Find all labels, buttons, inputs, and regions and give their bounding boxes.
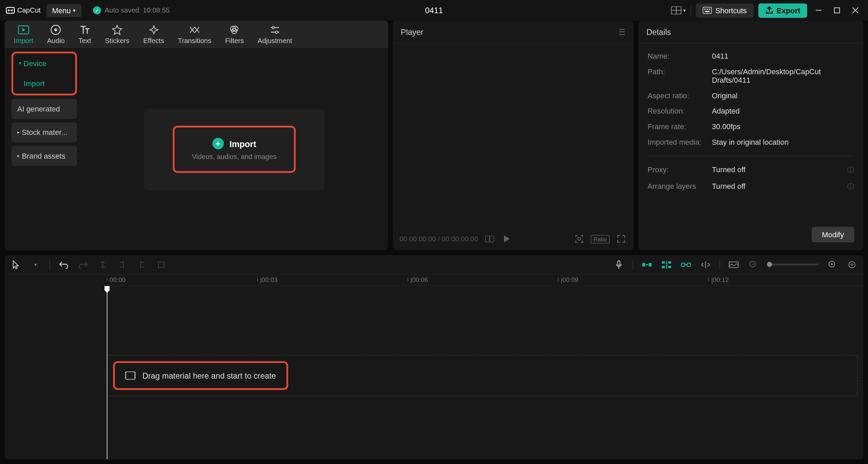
info-icon[interactable]: ⓘ <box>847 182 854 192</box>
details-fps-label: Frame rate: <box>648 122 712 131</box>
scan-icon[interactable] <box>573 233 585 245</box>
tab-filters[interactable]: Filters <box>218 22 251 47</box>
sidebar-device-group-highlight: ▾Device Import <box>12 52 77 95</box>
tab-transitions[interactable]: Transitions <box>171 22 218 47</box>
crop-icon[interactable] <box>156 259 167 270</box>
drag-hint-highlight: Drag material here and start to create <box>113 361 288 390</box>
app-logo: CapCut <box>6 6 41 15</box>
details-resolution-label: Resolution: <box>648 107 712 115</box>
shortcuts-button[interactable]: Shortcuts <box>696 3 754 17</box>
delete-right-icon[interactable] <box>136 259 148 270</box>
ruler-tick: |00:09 <box>558 276 578 283</box>
tab-adjustment[interactable]: Adjustment <box>251 22 299 47</box>
minimize-button[interactable] <box>812 3 826 17</box>
sidebar-item-import[interactable]: Import <box>13 74 75 94</box>
chevron-down-icon: ▾ <box>73 7 76 13</box>
compare-icon[interactable] <box>484 233 495 245</box>
timeline-body[interactable]: Drag material here and start to create <box>5 286 864 460</box>
tab-effects[interactable]: Effects <box>136 22 171 47</box>
play-button[interactable] <box>501 233 513 245</box>
zoom-in-icon[interactable] <box>827 259 838 270</box>
details-name-label: Name: <box>648 52 712 60</box>
svg-rect-26 <box>158 262 164 267</box>
delete-left-icon[interactable] <box>117 259 128 270</box>
menu-label: Menu <box>52 6 71 15</box>
triangle-right-icon: ▸ <box>17 130 20 135</box>
magnet-main-icon[interactable] <box>641 259 653 270</box>
svg-rect-8 <box>705 11 710 12</box>
timeline-track[interactable]: Drag material here and start to create <box>107 355 858 396</box>
player-viewport <box>393 44 634 227</box>
autosave-status: ✓ Auto saved: 10:08:55 <box>93 6 170 15</box>
split-icon[interactable] <box>97 259 109 270</box>
details-fps-value: 30.00fps <box>712 122 854 131</box>
drag-hint-text: Drag material here and start to create <box>142 371 276 380</box>
player-title: Player <box>401 27 423 36</box>
sidebar-item-ai[interactable]: AI generated <box>12 99 77 119</box>
player-menu-icon[interactable]: ☰ <box>618 27 626 36</box>
details-proxy-value: Turned off <box>712 165 847 174</box>
details-media-label: Imported media: <box>648 138 712 146</box>
player-controls: 00:00:00:00 / 00:00:00:00 Ratio <box>393 227 634 250</box>
chevron-down-icon[interactable]: ▾ <box>30 259 41 270</box>
details-proxy-label: Proxy: <box>648 165 712 174</box>
plus-icon: + <box>212 138 224 149</box>
redo-icon[interactable] <box>77 259 89 270</box>
preview-axis-icon[interactable] <box>700 259 711 270</box>
svg-point-20 <box>272 26 274 29</box>
svg-rect-0 <box>6 7 15 13</box>
sidebar-item-stock[interactable]: ▸Stock mater... <box>12 122 77 142</box>
check-icon: ✓ <box>93 6 101 15</box>
details-path-label: Path: <box>648 67 712 76</box>
zoom-out-icon[interactable] <box>748 259 759 270</box>
menu-button[interactable]: Menu ▾ <box>46 4 82 17</box>
undo-icon[interactable] <box>58 259 70 270</box>
pointer-icon[interactable] <box>10 259 22 270</box>
zoom-fit-icon[interactable] <box>846 259 858 270</box>
svg-rect-5 <box>704 8 705 9</box>
tab-import[interactable]: Import <box>7 22 40 47</box>
ruler-tick: |00:12 <box>708 276 729 283</box>
text-icon <box>79 24 91 36</box>
import-dropzone[interactable]: + Import Videos, audios, and images <box>80 48 388 250</box>
film-icon <box>125 371 135 380</box>
tab-audio[interactable]: Audio <box>40 22 72 47</box>
mic-icon[interactable] <box>613 259 625 270</box>
export-button[interactable]: Export <box>758 3 807 17</box>
ruler-tick: |00:03 <box>257 276 277 283</box>
svg-rect-4 <box>703 7 711 14</box>
svg-rect-28 <box>642 263 645 266</box>
zoom-thumb[interactable] <box>767 262 772 267</box>
ratio-button[interactable]: Ratio <box>591 235 610 243</box>
tab-text[interactable]: Text <box>72 22 98 47</box>
playhead[interactable] <box>107 286 108 460</box>
magnet-track-icon[interactable] <box>661 259 672 270</box>
maximize-button[interactable] <box>830 3 844 17</box>
svg-rect-29 <box>649 263 651 266</box>
divider <box>648 156 854 156</box>
layout-button[interactable]: ▾ <box>671 6 686 15</box>
import-subtitle: Videos, audios, and images <box>192 153 276 161</box>
titlebar: CapCut Menu ▾ ✓ Auto saved: 10:08:55 041… <box>0 0 868 21</box>
divider <box>691 5 691 15</box>
tab-stickers[interactable]: Stickers <box>98 22 136 47</box>
svg-point-22 <box>275 31 278 33</box>
triangle-down-icon: ▾ <box>19 61 21 66</box>
filters-icon <box>229 24 240 36</box>
sidebar-item-device[interactable]: ▾Device <box>13 54 75 74</box>
modify-button[interactable]: Modify <box>812 227 854 242</box>
zoom-slider[interactable] <box>767 264 818 265</box>
info-icon[interactable]: ⓘ <box>847 165 854 175</box>
timeline-panel: ▾ 00:00 |00:03 |00:06 |00 <box>5 255 864 459</box>
timeline-ruler[interactable]: 00:00 |00:03 |00:06 |00:09 |00:12 <box>107 275 864 286</box>
link-icon[interactable] <box>680 259 692 270</box>
sidebar-item-brand[interactable]: ▸Brand assets <box>12 146 77 166</box>
details-resolution-value: Adapted <box>712 107 854 115</box>
details-layers-value: Turned off <box>712 182 847 190</box>
fullscreen-icon[interactable] <box>615 233 627 245</box>
close-button[interactable] <box>848 3 862 17</box>
cover-icon[interactable] <box>728 259 739 270</box>
svg-rect-32 <box>668 261 671 263</box>
svg-rect-27 <box>618 260 620 265</box>
triangle-right-icon: ▸ <box>17 153 20 158</box>
